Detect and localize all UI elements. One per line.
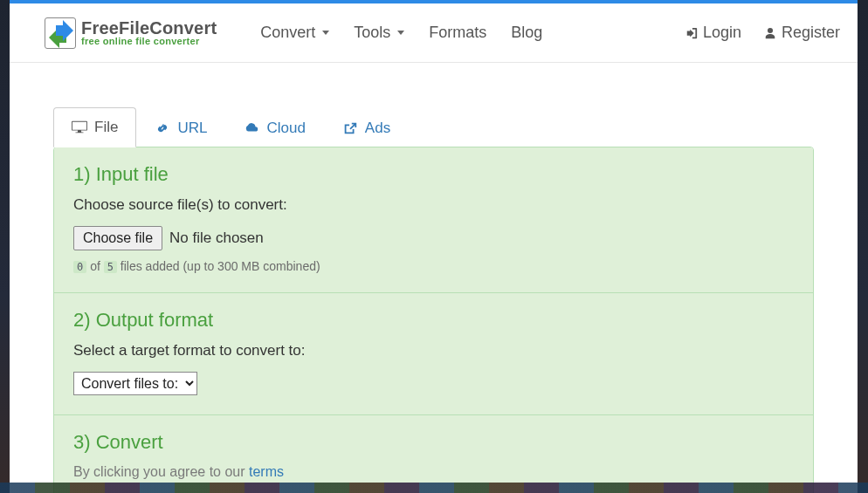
nav-convert[interactable]: Convert [260,24,329,42]
chevron-down-icon [397,31,404,35]
output-format-row: Convert files to: [73,372,794,395]
output-format-select[interactable]: Convert files to: [73,372,197,395]
nav-label: Formats [429,24,486,42]
nav-blog[interactable]: Blog [511,24,542,42]
backdrop-bottom [0,483,868,493]
link-icon [155,121,170,135]
external-link-icon [342,121,358,135]
tab-label: URL [177,120,207,137]
chevron-down-icon [322,31,329,35]
user-icon [764,27,776,39]
terms-link[interactable]: terms [249,464,284,479]
tab-label: File [94,119,118,136]
nav-label: Blog [511,24,542,42]
cloud-download-icon [244,121,259,135]
terms-line: By clicking you agree to our terms [73,464,794,480]
section-title: 1) Input file [73,163,794,186]
nav-formats[interactable]: Formats [429,24,486,42]
hint-of: of [90,259,100,273]
logo-text: FreeFileConvert free online file convert… [81,19,217,46]
nav-label: Tools [354,24,390,42]
section-lead: Select a target format to convert to: [73,342,794,359]
tab-label: Ads [365,120,390,137]
nav-left: Convert Tools Formats Blog [260,24,542,42]
tab-ads[interactable]: Ads [324,108,409,147]
section-output: 2) Output format Select a target format … [54,293,813,415]
section-lead: Choose source file(s) to convert: [73,196,794,214]
section-title: 2) Output format [73,309,794,332]
file-count-hint: 0 of 5 files added (up to 300 MB combine… [73,259,794,273]
nav-right: Login Register [685,24,840,42]
brand-logo[interactable]: FreeFileConvert free online file convert… [45,17,217,49]
navbar: FreeFileConvert free online file convert… [10,3,858,63]
file-input-row: Choose file No file chosen [73,226,794,250]
nav-register[interactable]: Register [764,24,840,42]
file-chosen-status: No file chosen [169,229,264,247]
page: FreeFileConvert free online file convert… [10,0,858,493]
hint-rest: files added (up to 300 MB combined) [121,259,320,273]
tab-cloud[interactable]: Cloud [225,108,323,147]
brand-tagline: free online file converter [81,37,217,46]
files-current-count: 0 [73,261,86,273]
source-tabs: File URL Cloud Ads [53,106,814,147]
section-convert: 3) Convert By clicking you agree to our … [54,415,813,493]
signin-icon [685,27,698,39]
tab-label: Cloud [266,120,305,137]
tab-url[interactable]: URL [136,108,225,147]
tab-file[interactable]: File [53,107,136,147]
nav-label: Register [782,24,840,42]
terms-prefix: By clicking you agree to our [73,464,249,479]
choose-file-button[interactable]: Choose file [73,226,162,250]
nav-login[interactable]: Login [685,24,741,42]
main-container: File URL Cloud Ads 1) Input file Choose … [10,63,858,493]
nav-tools[interactable]: Tools [354,24,404,42]
nav-label: Login [703,24,741,42]
section-input: 1) Input file Choose source file(s) to c… [54,147,813,293]
convert-panel: 1) Input file Choose source file(s) to c… [53,147,814,493]
brand-name: FreeFileConvert [81,19,217,37]
files-max-count: 5 [104,261,117,273]
nav-label: Convert [260,24,315,42]
section-title: 3) Convert [73,431,794,454]
desktop-icon [72,120,87,134]
logo-icon [45,17,76,49]
